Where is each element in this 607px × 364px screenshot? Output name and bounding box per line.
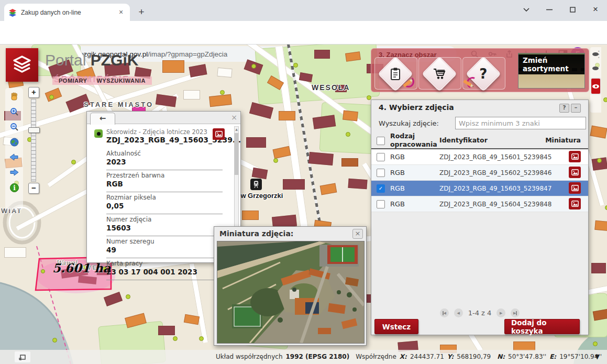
pagination-last-button[interactable]: ▶	[511, 308, 520, 317]
row-checkbox[interactable]: ✓	[377, 184, 385, 193]
n-value: 50°3'47.83''	[508, 353, 546, 360]
portal-title: Portal PZGiK	[45, 51, 138, 69]
layer-pin-icon	[94, 129, 103, 138]
scroll-up-icon[interactable]: ▲	[235, 127, 238, 131]
panel-help-button[interactable]: ?	[559, 104, 569, 113]
statusbar-collapse-icon[interactable]: ▼	[595, 353, 600, 360]
n-label: N:	[497, 353, 505, 360]
scrollbar-thumb[interactable]	[235, 133, 238, 175]
thumbnail-icon-button[interactable]	[569, 151, 581, 162]
row-identifier: ZDJ_2023_RGB_49_15604_5239848	[439, 201, 551, 208]
train-station-icon	[250, 179, 262, 190]
row-checkbox[interactable]	[377, 169, 385, 177]
attribute-field: Numer zdjęcia15603	[106, 214, 223, 236]
zoom-slider[interactable]: + −	[28, 87, 39, 194]
row-type: RGB	[390, 184, 405, 192]
popup-close-button[interactable]: ×	[230, 114, 238, 122]
toggle-handle-icon[interactable]	[592, 52, 599, 56]
resize-icon[interactable]	[15, 351, 30, 362]
attribute-field: Aktualność2023	[106, 148, 223, 170]
table-row[interactable]: RGB ZDJ_2023_RGB_49_15601_5239845	[371, 149, 588, 165]
tab-favicon	[8, 8, 17, 17]
browser-tab[interactable]: Zakup danych on-line ×	[4, 4, 130, 21]
thumbnail-icon-button[interactable]	[569, 198, 581, 209]
change-assortment-button[interactable]: Zmień asortyment	[518, 53, 585, 89]
popup-back-button[interactable]: ←	[90, 113, 115, 125]
menu-item-wyszukiwania[interactable]: WYSZUKIWANIA	[96, 78, 145, 84]
table-row[interactable]: RGB ZDJ_2023_RGB_49_15604_5239848	[371, 196, 588, 212]
tab-search-chevron-icon[interactable]	[515, 1, 538, 18]
select-all-checkbox[interactable]	[377, 137, 385, 145]
table-row[interactable]: RGB ZDJ_2023_RGB_49_15602_5239846	[371, 165, 588, 181]
table-row[interactable]: ✓ RGB ZDJ_2023_RGB_49_15603_5239847	[371, 181, 588, 196]
panel-minimize-button[interactable]: –	[571, 104, 581, 113]
thumbnail-popup: Miniatura zdjęcia: ×	[214, 226, 367, 346]
column-id: Identyfikator	[439, 136, 488, 144]
visibility-eye-button[interactable]	[590, 78, 601, 95]
map-feature	[341, 158, 358, 167]
identify-info-icon[interactable]: i	[8, 181, 20, 194]
aerial-photo	[217, 241, 365, 344]
map-feature	[158, 326, 175, 335]
map-feature	[162, 60, 184, 73]
feature-thumbnail-button[interactable]	[213, 128, 225, 140]
zoom-minus-button[interactable]: −	[28, 183, 39, 194]
row-type: RGB	[390, 200, 405, 208]
map-feature	[251, 64, 256, 69]
pagination-next-button[interactable]: ▶	[496, 308, 505, 317]
pagination-prev-button[interactable]: ◀	[454, 308, 463, 317]
previous-view-icon[interactable]	[8, 151, 20, 163]
row-checkbox[interactable]	[377, 153, 385, 161]
row-type: RGB	[390, 169, 405, 177]
map-feature	[593, 341, 598, 346]
map-feature	[597, 158, 602, 163]
full-extent-globe-icon[interactable]	[8, 136, 20, 148]
map-toolbar: i	[5, 88, 23, 209]
back-button[interactable]: Wstecz	[374, 319, 418, 334]
map-feature	[293, 63, 298, 68]
window-minimize-button[interactable]	[538, 1, 561, 18]
map-feature	[199, 336, 204, 341]
window-maximize-button[interactable]	[561, 1, 584, 18]
zoom-slider-track[interactable]	[31, 99, 36, 182]
zoom-out-icon[interactable]	[8, 120, 20, 133]
zoom-in-icon[interactable]	[8, 105, 20, 118]
thumbnail-icon-button[interactable]	[569, 182, 581, 194]
panel4-title: 4. Wybierz zdjęcia	[379, 103, 454, 112]
question-mark-icon: ?	[479, 66, 487, 82]
row-checkbox[interactable]	[377, 200, 385, 208]
layer-toggle-strip	[590, 47, 601, 113]
browser-toolbar: pzgik.geoportal.gov.pl/imap/?gpmap=gpZdj…	[0, 21, 607, 45]
map-feature	[603, 97, 607, 102]
pagination-text: 1-4 z 4	[468, 309, 492, 317]
zoom-slider-handle[interactable]	[28, 127, 40, 133]
pagination-first-button[interactable]: ◀	[440, 308, 449, 317]
pan-hand-icon[interactable]	[8, 90, 20, 103]
map-feature	[4, 247, 26, 258]
new-tab-button[interactable]: +	[135, 6, 148, 19]
thumbnail-popup-title: Miniatura zdjęcia:	[219, 229, 293, 238]
tab-close-icon[interactable]: ×	[116, 8, 126, 17]
x-label: X:	[400, 353, 407, 360]
browser-tabstrip: Zakup danych on-line × + ×	[0, 0, 607, 21]
map-feature	[242, 211, 259, 220]
map-feature	[591, 263, 606, 273]
thumbnail-popup-close-button[interactable]: ×	[352, 229, 363, 239]
toggle-handle-icon[interactable]	[592, 67, 599, 70]
map-feature	[605, 205, 607, 210]
add-to-cart-button[interactable]: Dodaj do koszyka	[504, 319, 580, 334]
x-value: 244437.71	[410, 353, 444, 360]
map-feature	[173, 336, 178, 341]
panel-zaznacz-obszar: 3. Zaznacz obszar ? Zmień asortyment	[371, 48, 589, 92]
thumbnail-icon-button[interactable]	[569, 167, 581, 178]
zoom-plus-button[interactable]: +	[28, 87, 39, 98]
panel-wybierz-zdjecia: 4. Wybierz zdjęcia ? – Wyszukaj zdjęcie:…	[371, 100, 589, 335]
map-feature	[348, 179, 367, 189]
window-close-button[interactable]: ×	[584, 1, 607, 18]
next-view-icon[interactable]	[8, 166, 20, 179]
menu-item-pomiary[interactable]: POMIARY	[59, 78, 87, 84]
portal-logo[interactable]	[6, 48, 38, 82]
search-input[interactable]	[455, 117, 586, 129]
change-assortment-label: Zmień asortyment	[518, 54, 584, 74]
map-feature	[217, 68, 232, 78]
